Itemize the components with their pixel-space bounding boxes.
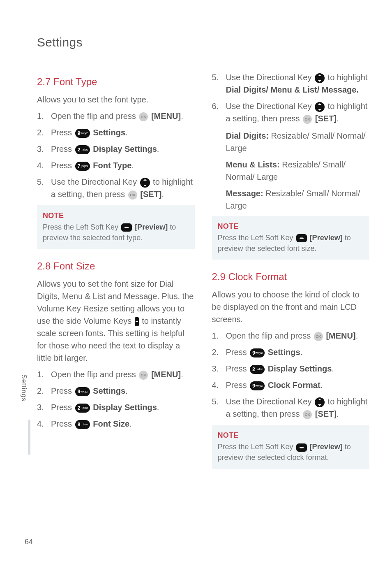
directional-key-icon (140, 178, 150, 188)
steps-font-size: Open the flip and press OK [MENU]. Press… (37, 368, 195, 430)
left-soft-key-icon (296, 443, 307, 452)
step: Press 2abc Display Settings. (37, 401, 195, 413)
note-title: NOTE (43, 210, 189, 221)
step: Press 9wxyz Settings. (37, 385, 195, 397)
step: Press 7pqrs Font Type. (37, 159, 195, 172)
heading-clock-format: 2.9 Clock Format (212, 269, 370, 284)
note-title: NOTE (218, 430, 364, 441)
step: Use the Directional Key to highlight a s… (212, 395, 370, 420)
note-title: NOTE (218, 221, 364, 232)
ok-icon: OK (303, 115, 312, 124)
key-7-icon: 7pqrs (75, 162, 90, 171)
step: Use the Directional Key to highlight a s… (212, 100, 370, 125)
heading-font-type: 2.7 Font Type (37, 74, 195, 89)
key-9-icon: 9wxyz (75, 129, 90, 138)
step: Open the flip and press OK [MENU]. (212, 330, 370, 342)
step: Press 9wxyz Settings. (212, 346, 370, 358)
ok-icon: OK (139, 112, 148, 121)
volume-key-icon (135, 317, 139, 326)
ok-icon: OK (139, 371, 148, 380)
directional-key-icon (315, 102, 325, 112)
step: Press 9wxyz Clock Format. (212, 379, 370, 391)
step: Press 2abc Display Settings. (212, 362, 370, 375)
step: Use the Directional Key to highlight a s… (37, 176, 195, 200)
ok-icon: OK (303, 410, 312, 419)
steps-clock-format: Open the flip and press OK [MENU]. Press… (212, 330, 370, 420)
steps-font-type: Open the flip and press OK [MENU]. Press… (37, 110, 195, 200)
step: Press 2abc Display Settings. (37, 143, 195, 155)
page-title: Settings (37, 33, 369, 51)
note-font-size: NOTE Press the Left Soft Key [Preview] t… (212, 216, 370, 260)
ok-icon: OK (128, 190, 137, 200)
left-soft-key-icon (121, 223, 132, 232)
step: Use the Directional Key to highlight Dia… (212, 71, 370, 96)
step: Open the flip and press OK [MENU]. (37, 110, 195, 122)
menu-lists-options: Menu & Lists: Resizable/ Small/ Normal/ … (212, 158, 370, 183)
side-tab-label: Settings (19, 374, 29, 402)
message-options: Message: Resizable/ Small/ Normal/ Large (212, 187, 370, 212)
directional-key-icon (315, 73, 325, 83)
dial-digits-options: Dial Digits: Resizable/ Small/ Normal/ L… (212, 130, 370, 154)
key-2-icon: 2abc (75, 145, 90, 154)
key-8-icon: 8tuv (75, 420, 90, 429)
key-2-icon: 2abc (75, 404, 90, 413)
step: Press 8tuv Font Size. (37, 418, 195, 430)
ok-icon: OK (314, 332, 323, 341)
key-9-icon: 9wxyz (250, 348, 265, 357)
key-9-icon: 9wxyz (75, 387, 90, 396)
key-9-icon: 9wxyz (250, 381, 265, 390)
key-2-icon: 2abc (250, 365, 265, 374)
intro-clock-format: Allows you to choose the kind of clock t… (212, 288, 370, 325)
note-font-type: NOTE Press the Left Soft Key [Preview] t… (37, 205, 195, 249)
page-number: 64 (25, 536, 33, 548)
directional-key-icon (315, 397, 325, 407)
left-soft-key-icon (296, 234, 307, 242)
note-clock-format: NOTE Press the Left Soft Key [Preview] t… (212, 425, 370, 469)
step: Open the flip and press OK [MENU]. (37, 368, 195, 381)
side-tab-indicator (28, 420, 30, 455)
steps-font-size-cont: Use the Directional Key to highlight Dia… (212, 71, 370, 125)
step: Press 9wxyz Settings. (37, 126, 195, 139)
heading-font-size: 2.8 Font Size (37, 259, 195, 274)
intro-font-type: Allows you to set the font type. (37, 93, 195, 106)
intro-font-size: Allows you to set the font size for Dial… (37, 278, 195, 364)
